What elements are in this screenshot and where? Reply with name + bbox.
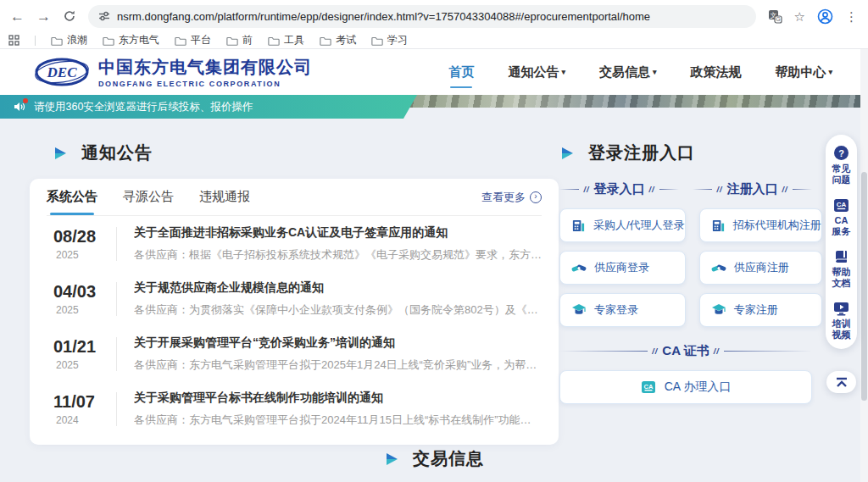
bookmark-star-icon[interactable]: ☆	[794, 10, 805, 23]
handshake-icon	[711, 261, 726, 274]
apps-grid-icon[interactable]	[8, 35, 19, 46]
bookmark-folder[interactable]: 考试	[320, 33, 356, 47]
ca-badge-icon: CA	[833, 198, 849, 213]
caret-down-icon: ▾	[561, 68, 565, 76]
reload-icon[interactable]	[63, 9, 76, 23]
notice-title[interactable]: 关于规范供应商企业规模信息的通知	[134, 280, 542, 296]
notices-section-head: 通知公告	[30, 141, 559, 164]
buyer-agent-login-button[interactable]: 采购人/代理人登录	[559, 208, 686, 242]
help-docs-shortcut[interactable]: 帮助文档	[832, 250, 851, 289]
bookmark-folder[interactable]: 学习	[371, 33, 408, 47]
organization-icon	[711, 219, 726, 233]
bookmark-folder[interactable]: 东方电气	[103, 33, 159, 47]
company-logo[interactable]: DEC 中国东方电气集团有限公司 DONGFANG ELECTRIC CORPO…	[34, 55, 312, 89]
svg-text:DEC: DEC	[47, 64, 78, 80]
divider	[116, 282, 117, 316]
book-icon	[834, 250, 849, 264]
bookmarks-bar: 浪潮 东方电气 平台 前 工具 考试 学习	[0, 32, 868, 49]
notice-list-item[interactable]: 11/07 2024 关于采购管理平台标书在线制作功能培训的通知 各供应商：东方…	[47, 381, 542, 436]
view-more-link[interactable]: 查看更多 ›	[481, 190, 542, 205]
ca-apply-button[interactable]: CA CA 办理入口	[559, 370, 812, 404]
notice-date: 01/21 2025	[53, 337, 108, 371]
login-section-title: 登录注册入口	[588, 141, 695, 164]
section-chevron-icon	[53, 145, 70, 162]
notice-list-item[interactable]: 08/28 2025 关于全面推进非招标采购业务CA认证及电子签章应用的通知 各…	[47, 216, 542, 271]
notice-list-item[interactable]: 04/03 2025 关于规范供应商企业规模信息的通知 各供应商：为贯彻落实《保…	[47, 271, 542, 326]
scrollbar-thumb[interactable]	[861, 172, 867, 401]
transactions-section-title: 交易信息	[413, 447, 484, 470]
expert-login-button[interactable]: 专家登录	[559, 293, 686, 327]
bookmark-folder[interactable]: 平台	[175, 33, 211, 47]
notice-date: 04/03 2025	[53, 282, 108, 316]
page-scrollbar[interactable]	[860, 49, 868, 482]
nav-help[interactable]: 帮助中心▾	[775, 64, 832, 80]
login-section-head: 登录注册入口	[559, 141, 812, 164]
training-video-shortcut[interactable]: 培训视频	[832, 302, 851, 341]
handshake-icon	[571, 261, 587, 274]
svg-text:CA: CA	[643, 383, 653, 391]
tab-sourcing-notices[interactable]: 寻源公告	[123, 179, 174, 215]
notice-title[interactable]: 关于全面推进非招标采购业务CA认证及电子签章应用的通知	[134, 225, 542, 241]
notice-excerpt: 各供应商：东方电气采购管理平台拟于2024年11月15日上线“标书在线制作”功能…	[134, 413, 542, 428]
ribbon-text: 请使用360安全浏览器进行后续投标、报价操作	[34, 100, 253, 114]
video-play-icon	[833, 302, 849, 316]
profile-avatar-icon[interactable]	[817, 8, 833, 25]
section-chevron-icon	[559, 145, 576, 162]
bookmark-folder[interactable]: 前	[226, 33, 253, 47]
ca-service-shortcut[interactable]: CA CA服务	[832, 198, 851, 237]
url-text: nsrm.dongfang.com/platform/runtime/epp/d…	[117, 10, 650, 23]
company-name-zh: 中国东方电气集团有限公司	[98, 56, 312, 79]
notice-title[interactable]: 关于开展采购管理平台“竞价采购业务”培训的通知	[134, 335, 542, 351]
notice-title[interactable]: 关于采购管理平台标书在线制作功能培训的通知	[134, 391, 542, 406]
divider	[35, 36, 36, 46]
divider	[116, 337, 117, 371]
arrow-right-circle-icon: ›	[530, 191, 542, 203]
notice-excerpt: 各供应商：东方电气采购管理平台拟于2025年1月24日上线“竞价采购”业务，为帮…	[134, 357, 542, 373]
collapse-up-icon	[835, 377, 849, 388]
collapse-sidebar-button[interactable]	[826, 371, 856, 393]
svg-text:G: G	[776, 16, 780, 22]
register-group-header: //注册入口//	[693, 181, 812, 197]
notices-card: 系统公告 寻源公告 违规通报 查看更多 › 08/28 2025 关于全面推进非…	[30, 179, 559, 445]
tab-system-notices[interactable]: 系统公告	[47, 179, 97, 215]
bookmark-folder[interactable]: 工具	[268, 33, 304, 47]
graduation-cap-icon	[711, 303, 726, 317]
nav-transactions[interactable]: 交易信息▾	[599, 64, 657, 80]
question-circle-icon: ?	[833, 145, 849, 161]
supplier-login-button[interactable]: 供应商登录	[559, 251, 686, 285]
svg-text:CA: CA	[837, 201, 847, 208]
expert-register-button[interactable]: 专家注册	[699, 293, 822, 327]
nav-home[interactable]: 首页	[448, 64, 474, 80]
divider	[116, 227, 117, 261]
supplier-register-button[interactable]: 供应商注册	[699, 251, 822, 285]
organization-icon	[571, 219, 586, 233]
svg-text:?: ?	[838, 148, 844, 158]
main-content: 通知公告 系统公告 寻源公告 违规通报 查看更多 › 08/28 2025 关	[0, 108, 868, 482]
notice-date: 08/28 2025	[53, 227, 108, 261]
menu-kebab-icon[interactable]: ⋮	[845, 10, 858, 23]
transactions-section-head: 交易信息	[384, 447, 484, 470]
notice-date: 11/07 2024	[53, 392, 108, 426]
forward-icon[interactable]: →	[36, 9, 51, 24]
notice-excerpt: 各供应商：为贯彻落实《保障中小企业款项支付条例》（国务院令第802号）及《中小企…	[134, 302, 542, 318]
tab-violation-reports[interactable]: 违规通报	[199, 179, 250, 215]
notice-list-item[interactable]: 01/21 2025 关于开展采购管理平台“竞价采购业务”培训的通知 各供应商：…	[47, 326, 542, 381]
caret-down-icon: ▾	[653, 68, 657, 76]
faq-shortcut[interactable]: ? 常见问题	[832, 145, 851, 186]
bidding-agency-register-button[interactable]: 招标代理机构注册	[699, 208, 822, 242]
back-icon[interactable]: ←	[10, 9, 25, 24]
translate-icon[interactable]: 文G	[768, 9, 782, 24]
nav-policies[interactable]: 政策法规	[690, 64, 741, 80]
browser-notice-ribbon: 请使用360安全浏览器进行后续投标、报价操作	[0, 95, 417, 119]
address-bar[interactable]: nsrm.dongfang.com/platform/runtime/epp/d…	[88, 5, 756, 28]
bookmark-folder[interactable]: 浪潮	[51, 33, 87, 47]
company-name-en: DONGFANG ELECTRIC CORPORATION	[98, 80, 312, 88]
divider	[116, 392, 117, 426]
site-settings-icon[interactable]	[98, 10, 110, 22]
quick-access-sidebar: ? 常见问题 CA CA服务 帮助文档 培训视频	[826, 135, 857, 349]
nav-notices[interactable]: 通知公告▾	[508, 64, 565, 80]
ca-badge-icon: CA	[641, 380, 656, 394]
notification-dot	[23, 98, 28, 103]
notice-tabs: 系统公告 寻源公告 违规通报 查看更多 ›	[47, 179, 542, 216]
main-nav: 首页 通知公告▾ 交易信息▾ 政策法规 帮助中心▾	[448, 64, 832, 80]
